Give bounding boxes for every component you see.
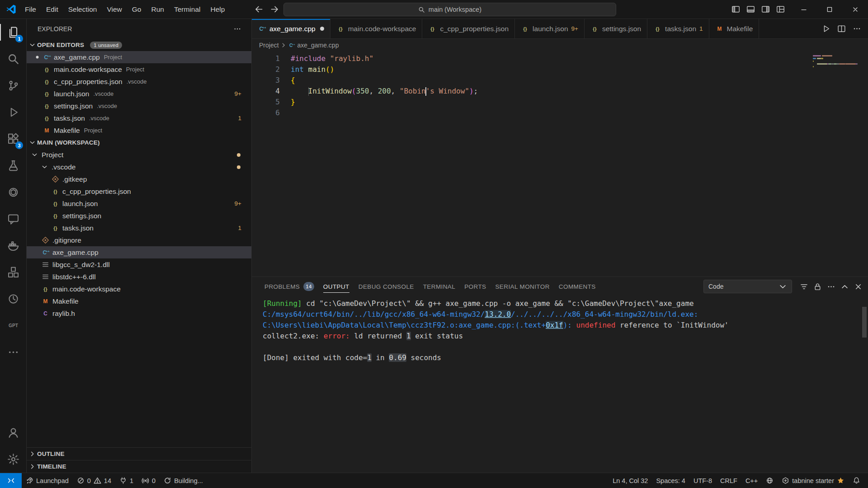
code-line-2[interactable]: 2int main() (252, 64, 868, 75)
outline-header[interactable]: OUTLINE (27, 447, 251, 460)
maximize-button[interactable] (816, 0, 842, 19)
status-launchpad[interactable]: Launchpad (22, 473, 73, 488)
menu-go[interactable]: Go (127, 0, 146, 19)
minimize-button[interactable] (791, 0, 816, 19)
menu-edit[interactable]: Edit (41, 0, 63, 19)
menu-run[interactable]: Run (146, 0, 169, 19)
activity-codegpt[interactable] (0, 206, 26, 232)
open-editor-main-code-workspace[interactable]: {}main.code-workspaceProject (27, 63, 251, 75)
open-editor-tasks-json[interactable]: {}tasks.json.vscode1 (27, 112, 251, 124)
tree-item-tasks-json[interactable]: {}tasks.json1 (27, 222, 251, 234)
tab-main-code-workspace[interactable]: {}main.code-workspace (330, 19, 423, 38)
status-eol[interactable]: CRLF (716, 473, 741, 488)
menu-terminal[interactable]: Terminal (169, 0, 206, 19)
output-log[interactable]: [Running] cd "c:\GameDev\Project\" && g+… (252, 296, 868, 473)
maximize-panel-icon[interactable] (840, 282, 849, 291)
split-editor-button[interactable] (835, 22, 848, 36)
activity-docker[interactable] (0, 232, 26, 259)
tree-item-settings-json[interactable]: {}settings.json (27, 210, 251, 222)
menu-view[interactable]: View (102, 0, 127, 19)
breadcrumb-item-project[interactable]: Project (259, 42, 279, 49)
tab-launch-json[interactable]: {}launch.json9+ (515, 19, 585, 38)
command-center[interactable]: main (Workspace) (283, 3, 616, 16)
editor-more-actions[interactable] (850, 22, 863, 36)
code-line-6[interactable]: 6 (252, 108, 868, 118)
toggle-sidebar-icon[interactable] (728, 0, 743, 19)
code-line-5[interactable]: 5} (252, 97, 868, 108)
tab-makefile[interactable]: MMakefile (709, 19, 760, 38)
panel-tab-comments[interactable]: COMMENTS (554, 277, 600, 296)
activity-testing[interactable] (0, 152, 26, 179)
minimap[interactable] (813, 55, 861, 71)
status-encoding[interactable]: UTF-8 (689, 473, 716, 488)
panel-more-icon[interactable] (827, 282, 835, 291)
panel-tab-ports[interactable]: PORTS (460, 277, 491, 296)
status-broadcast[interactable]: 0 (137, 473, 160, 488)
forward-icon[interactable] (270, 5, 279, 14)
panel-tab-serial-monitor[interactable]: SERIAL MONITOR (491, 277, 554, 296)
panel-tab-output[interactable]: OUTPUT (319, 277, 354, 296)
open-editor-settings-json[interactable]: {}settings.json.vscode (27, 100, 251, 112)
tree-item-c-cpp-properties-json[interactable]: {}c_cpp_properties.json (27, 185, 251, 197)
open-editors-header[interactable]: OPEN EDITORS 1 unsaved (27, 39, 251, 51)
status-problems[interactable]: 014 (73, 473, 115, 488)
tree-item-makefile[interactable]: MMakefile (27, 295, 251, 307)
activity-search[interactable] (0, 46, 26, 72)
explorer-more-icon[interactable] (233, 25, 241, 33)
code-line-3[interactable]: 3{ (252, 75, 868, 86)
activity-gpt[interactable]: GPT (0, 312, 26, 339)
tree-item-project[interactable]: Project (27, 149, 251, 161)
tree-item-main-code-workspace[interactable]: {}main.code-workspace (27, 283, 251, 295)
status-tabnine[interactable]: tabnine starter (778, 473, 849, 488)
lock-icon[interactable] (813, 282, 822, 291)
close-button[interactable] (842, 0, 868, 19)
code-line-1[interactable]: 1#include "raylib.h" (252, 53, 868, 64)
panel-tab-problems[interactable]: PROBLEMS14 (260, 277, 319, 296)
tree-item-gitignore[interactable]: .gitignore (27, 234, 251, 246)
activity-settings[interactable] (0, 446, 26, 473)
status-notifications[interactable] (849, 473, 864, 488)
back-icon[interactable] (255, 5, 263, 14)
modified-dot[interactable] (320, 27, 324, 31)
activity-more-views[interactable] (0, 339, 26, 366)
tree-item-launch-json[interactable]: {}launch.json9+ (27, 197, 251, 210)
panel-scrollbar[interactable] (862, 307, 867, 338)
tree-item-libgcc-s-dw2-1-dll[interactable]: libgcc_s_dw2-1.dll (27, 258, 251, 271)
filter-icon[interactable] (800, 282, 808, 291)
open-editor-launch-json[interactable]: {}launch.json.vscode9+ (27, 88, 251, 100)
tree-item-raylib-h[interactable]: Craylib.h (27, 307, 251, 319)
customize-layout-icon[interactable] (773, 0, 788, 19)
open-editor-makefile[interactable]: MMakefileProject (27, 124, 251, 136)
tree-item-vscode[interactable]: .vscode (27, 161, 251, 173)
panel-tab-terminal[interactable]: TERMINAL (419, 277, 460, 296)
tab-c-cpp-properties-json[interactable]: {}c_cpp_properties.json (422, 19, 515, 38)
run-code-button[interactable] (819, 22, 833, 36)
activity-packages[interactable] (0, 259, 26, 286)
menu-selection[interactable]: Selection (63, 0, 102, 19)
tab-axe-game-cpp[interactable]: C++axe_game.cpp (252, 19, 330, 38)
editor[interactable]: 1#include "raylib.h"2int main()3{4 InitW… (252, 52, 868, 277)
open-editor-c-cpp-properties-json[interactable]: {}c_cpp_properties.json.vscode (27, 75, 251, 88)
status-language-mode[interactable]: C++ (741, 473, 762, 488)
status-building[interactable]: Building... (160, 473, 207, 488)
tree-item-gitkeep[interactable]: .gitkeep (27, 173, 251, 185)
tree-item-axe-game-cpp[interactable]: C++axe_game.cpp (27, 246, 251, 258)
activity-chatgpt[interactable] (0, 179, 26, 206)
code-line-4[interactable]: 4 InitWindow(350, 200, "Bobin's Window")… (252, 86, 868, 97)
open-editor-axe-game-cpp[interactable]: C++axe_game.cppProject (27, 51, 251, 63)
status-indentation[interactable]: Spaces: 4 (652, 473, 689, 488)
activity-extensions[interactable]: 3 (0, 126, 26, 152)
status-plugged[interactable]: 1 (115, 473, 137, 488)
activity-run-debug[interactable] (0, 99, 26, 126)
tab-settings-json[interactable]: {}settings.json (585, 19, 647, 38)
activity-source-control[interactable] (0, 72, 26, 99)
menu-help[interactable]: Help (206, 0, 230, 19)
status-remote[interactable] (0, 473, 22, 488)
activity-timer[interactable] (0, 286, 26, 312)
timeline-header[interactable]: TIMELINE (27, 460, 251, 473)
status-language-status[interactable] (762, 473, 778, 488)
tab-tasks-json[interactable]: {}tasks.json1 (647, 19, 709, 38)
close-panel-icon[interactable] (854, 282, 863, 291)
status-cursor-position[interactable]: Ln 4, Col 32 (609, 473, 652, 488)
toggle-panel-icon[interactable] (743, 0, 758, 19)
